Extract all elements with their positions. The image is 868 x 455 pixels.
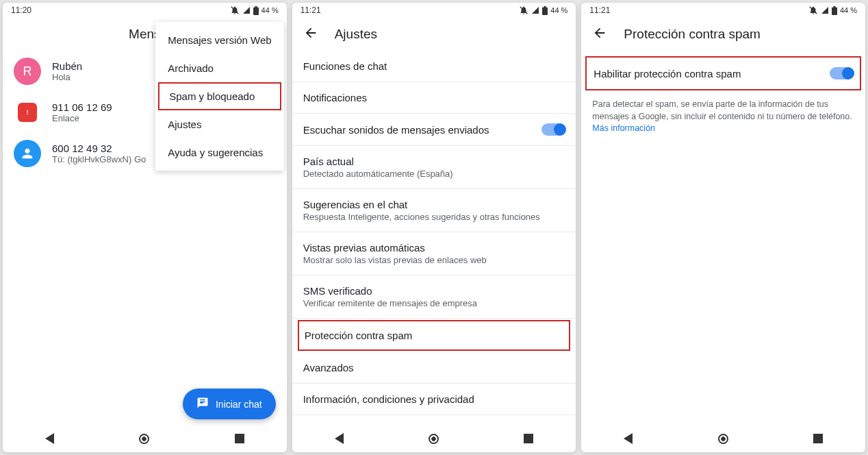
phone-spam-protection: 11:21 44 % Protección contra spam Habili… bbox=[581, 3, 865, 452]
nav-back-icon[interactable] bbox=[624, 433, 633, 444]
phone-messages: 11:20 44 % Mens R Rubén Hola bbox=[3, 3, 287, 452]
status-bar: 11:21 44 % bbox=[292, 3, 576, 18]
setting-advanced[interactable]: Avanzados bbox=[292, 352, 576, 384]
signal-icon bbox=[821, 6, 829, 14]
bell-off-icon bbox=[230, 5, 240, 15]
setting-previews[interactable]: Vistas previas automáticas Mostrar solo … bbox=[292, 232, 576, 275]
nav-bar bbox=[292, 425, 576, 452]
status-bar: 11:21 44 % bbox=[581, 3, 865, 18]
nav-home-icon[interactable] bbox=[429, 434, 439, 444]
page-title: Protección contra spam bbox=[624, 27, 761, 42]
status-bar: 11:20 44 % bbox=[3, 3, 287, 18]
toggle-switch[interactable] bbox=[830, 67, 853, 79]
more-info-link[interactable]: Más información bbox=[592, 123, 655, 133]
phone-settings: 11:21 44 % Ajustes Funciones de chat Not… bbox=[292, 3, 576, 452]
nav-bar bbox=[581, 425, 865, 452]
battery-icon bbox=[253, 6, 259, 15]
menu-item-settings[interactable]: Ajustes bbox=[155, 110, 283, 138]
setting-verified-sms[interactable]: SMS verificado Verificar remitente de me… bbox=[292, 275, 576, 319]
status-indicators: 44 % bbox=[519, 5, 567, 15]
menu-item-archived[interactable]: Archivado bbox=[155, 54, 283, 82]
chat-icon bbox=[196, 397, 209, 411]
new-chat-fab[interactable]: Iniciar chat bbox=[183, 389, 276, 419]
signal-icon bbox=[242, 6, 251, 14]
menu-item-help[interactable]: Ayuda y sugerencias bbox=[155, 138, 283, 167]
status-time: 11:21 bbox=[301, 5, 321, 15]
nav-home-icon[interactable] bbox=[139, 434, 149, 444]
person-icon bbox=[14, 140, 41, 167]
status-time: 11:21 bbox=[589, 5, 610, 15]
settings-list: Funciones de chat Notificaciones Escucha… bbox=[292, 51, 576, 425]
signal-icon bbox=[531, 6, 539, 14]
info-text: Para detectar el spam, se envía parte de… bbox=[581, 99, 865, 135]
nav-back-icon[interactable] bbox=[335, 433, 344, 444]
setting-chat-features[interactable]: Funciones de chat bbox=[292, 51, 576, 82]
nav-recent-icon[interactable] bbox=[813, 434, 823, 443]
status-indicators: 44 % bbox=[808, 5, 857, 15]
battery-icon bbox=[832, 6, 837, 15]
app-header: Protección contra spam bbox=[581, 18, 865, 51]
avatar: R bbox=[14, 58, 41, 85]
setting-suggestions[interactable]: Sugerencias en el chat Respuesta Intelig… bbox=[292, 189, 576, 232]
setting-about[interactable]: Información, condiciones y privacidad bbox=[292, 384, 576, 415]
toggle-label: Habilitar protección contra spam bbox=[593, 68, 741, 79]
battery-percent: 44 % bbox=[261, 6, 279, 14]
nav-recent-icon[interactable] bbox=[524, 434, 533, 443]
spam-content: Habilitar protección contra spam Para de… bbox=[581, 51, 865, 425]
status-indicators: 44 % bbox=[230, 5, 279, 15]
setting-spam-protection[interactable]: Protección contra spam bbox=[298, 320, 571, 351]
menu-item-spam[interactable]: Spam y bloqueado bbox=[158, 82, 281, 110]
bell-off-icon bbox=[808, 5, 818, 15]
app-header: Ajustes bbox=[292, 18, 576, 51]
nav-bar bbox=[3, 425, 287, 452]
back-arrow-icon[interactable] bbox=[592, 25, 607, 43]
bell-off-icon bbox=[519, 5, 528, 15]
status-time: 11:20 bbox=[11, 5, 31, 15]
back-arrow-icon[interactable] bbox=[303, 25, 318, 43]
overflow-menu: Mensajes versión Web Archivado Spam y bl… bbox=[155, 22, 283, 171]
nav-back-icon[interactable] bbox=[45, 433, 54, 444]
battery-percent: 44 % bbox=[550, 6, 567, 14]
battery-icon bbox=[542, 6, 548, 15]
setting-notifications[interactable]: Notificaciones bbox=[292, 82, 576, 114]
enable-spam-protection-row[interactable]: Habilitar protección contra spam bbox=[585, 56, 861, 90]
nav-recent-icon[interactable] bbox=[235, 434, 244, 443]
setting-country[interactable]: País actual Detectado automáticamente (E… bbox=[292, 146, 576, 189]
page-title: Ajustes bbox=[335, 27, 377, 42]
setting-sounds[interactable]: Escuchar sonidos de mensajes enviados bbox=[292, 114, 576, 146]
nav-home-icon[interactable] bbox=[718, 434, 728, 444]
battery-percent: 44 % bbox=[840, 6, 857, 14]
toggle-switch[interactable] bbox=[541, 123, 565, 136]
menu-item-web[interactable]: Mensajes versión Web bbox=[155, 26, 283, 54]
fab-label: Iniciar chat bbox=[216, 399, 262, 410]
alert-icon bbox=[18, 103, 37, 122]
